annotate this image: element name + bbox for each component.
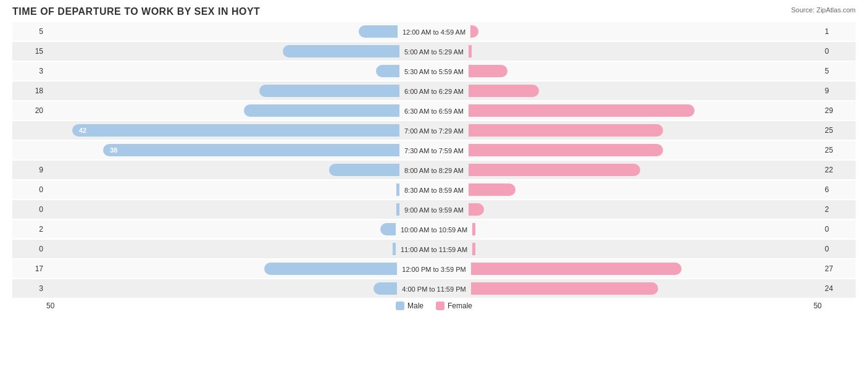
left-value: 3	[12, 284, 46, 293]
right-value: 0	[822, 47, 856, 56]
right-value: 25	[822, 146, 856, 154]
bar-female	[471, 282, 658, 295]
left-bar-wrap	[46, 279, 398, 298]
legend-male: Male	[396, 302, 424, 310]
left-bar-wrap	[46, 240, 397, 258]
time-label: 10:00 AM to 10:59 AM	[397, 226, 471, 234]
left-bar-wrap: 38	[46, 141, 401, 159]
left-bar-wrap	[46, 180, 401, 199]
right-bar-wrap	[467, 42, 822, 61]
chart-row: 18 6:00 AM to 6:29 AM 9	[12, 82, 856, 100]
time-label: 8:30 AM to 8:59 AM	[401, 187, 467, 194]
bars-center: 9:00 AM to 9:59 AM	[46, 200, 822, 219]
right-bar-wrap	[471, 220, 822, 238]
left-bar-wrap: 42	[46, 121, 401, 140]
bar-male	[283, 45, 399, 57]
legend-female: Female	[436, 302, 472, 310]
bar-female	[470, 25, 478, 38]
bar-female	[469, 65, 507, 77]
bars-center: 12:00 AM to 4:59 AM	[46, 22, 822, 41]
bar-male	[244, 104, 399, 117]
bars-center: 38 7:30 AM to 7:59 AM	[46, 141, 822, 159]
bar-female	[469, 85, 539, 97]
left-bar-wrap	[46, 22, 399, 41]
bar-male	[373, 282, 397, 295]
left-bar-wrap	[46, 259, 398, 278]
left-value: 0	[12, 245, 46, 253]
chart-row: 2 10:00 AM to 10:59 AM 0	[12, 220, 856, 238]
right-bar-wrap	[470, 279, 822, 298]
bar-female	[471, 263, 682, 275]
source-text: Source: ZipAtlas.com	[791, 6, 856, 14]
right-bar-wrap	[467, 121, 822, 140]
right-bar-wrap	[471, 240, 822, 258]
right-bar-wrap	[467, 62, 822, 80]
right-value: 24	[822, 284, 856, 293]
bar-female	[469, 124, 663, 137]
chart-row: 20 6:30 AM to 6:59 AM 29	[12, 101, 856, 120]
left-value: 2	[12, 225, 46, 234]
time-label: 9:00 AM to 9:59 AM	[401, 206, 467, 214]
left-value: 0	[12, 185, 46, 194]
legend-female-box	[436, 302, 444, 310]
time-label: 8:00 AM to 8:29 AM	[401, 167, 467, 174]
right-value: 6	[822, 185, 856, 194]
bar-male	[396, 203, 399, 216]
right-bar-wrap	[467, 180, 822, 199]
chart-container: TIME OF DEPARTURE TO WORK BY SEX IN HOYT…	[0, 0, 868, 367]
time-label: 12:00 AM to 4:59 AM	[399, 28, 469, 36]
left-value: 17	[12, 264, 46, 273]
right-bar-wrap	[467, 161, 822, 179]
right-value: 0	[822, 245, 856, 253]
time-label: 12:00 PM to 3:59 PM	[398, 266, 469, 273]
chart-row: 3 5:30 AM to 5:59 AM 5	[12, 62, 856, 80]
bar-female	[469, 144, 663, 156]
right-bar-wrap	[470, 259, 822, 278]
left-bar-wrap	[46, 82, 401, 100]
time-label: 7:30 AM to 7:59 AM	[401, 147, 467, 154]
chart-row: 9 8:00 AM to 8:29 AM 22	[12, 161, 856, 179]
left-value: 5	[12, 27, 46, 36]
time-label: 11:00 AM to 11:59 AM	[397, 246, 471, 253]
bars-center: 8:30 AM to 8:59 AM	[46, 180, 822, 199]
bar-male	[396, 184, 399, 196]
bar-female	[472, 243, 475, 255]
bar-female	[469, 164, 640, 176]
bar-male	[329, 164, 399, 176]
bar-male	[359, 25, 398, 38]
bar-male	[264, 263, 397, 275]
left-value: 15	[12, 47, 46, 56]
left-bar-wrap	[46, 200, 401, 219]
bars-center: 42 7:00 AM to 7:29 AM	[46, 121, 822, 140]
bar-female	[469, 203, 484, 216]
left-value: 9	[12, 166, 46, 174]
right-bar-wrap	[467, 200, 822, 219]
left-value: 18	[12, 86, 46, 95]
bar-female	[469, 104, 695, 117]
chart-row: 0 8:30 AM to 8:59 AM 6	[12, 180, 856, 199]
left-value: 20	[12, 106, 46, 115]
bar-female	[469, 45, 472, 57]
bar-female	[469, 184, 515, 196]
legend-female-label: Female	[448, 302, 472, 310]
right-value: 22	[822, 166, 856, 174]
legend-male-box	[396, 302, 404, 310]
bars-center: 12:00 PM to 3:59 PM	[46, 259, 822, 278]
time-label: 4:00 PM to 11:59 PM	[398, 285, 469, 293]
axis-left-label: 50	[46, 302, 54, 310]
right-bar-wrap	[467, 82, 822, 100]
right-bar-wrap	[467, 101, 822, 120]
bar-male	[380, 223, 396, 235]
right-value: 0	[822, 225, 856, 234]
right-value: 29	[822, 106, 856, 115]
bars-center: 10:00 AM to 10:59 AM	[46, 220, 822, 238]
right-value: 5	[822, 67, 856, 75]
time-label: 7:00 AM to 7:29 AM	[401, 127, 467, 135]
legend: Male Female	[54, 302, 813, 310]
bars-center: 6:00 AM to 6:29 AM	[46, 82, 822, 100]
right-bar-wrap	[467, 141, 822, 159]
left-bar-wrap	[46, 42, 401, 61]
chart-row: 38 7:30 AM to 7:59 AM 25	[12, 141, 856, 159]
bar-male: 42	[72, 124, 399, 137]
chart-row: 0 9:00 AM to 9:59 AM 2	[12, 200, 856, 219]
